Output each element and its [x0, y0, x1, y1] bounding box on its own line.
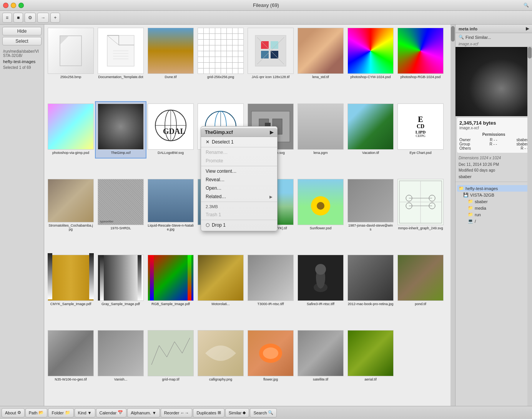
context-menu: TheGimp.xcf ▶ ✕ Deselect 1 Rename… Promo… [201, 126, 278, 231]
left-panel: Hide Select /run/media/sbaber/VISTA-32GB… [0, 25, 44, 406]
add-button[interactable]: + [50, 13, 60, 23]
tree-item-run[interactable]: 📁 run [466, 211, 530, 218]
calendar-button[interactable]: Calendar 📅 [96, 408, 127, 417]
list-item[interactable]: flower.jpg [246, 329, 296, 384]
list-item[interactable]: RGB_Sample_Image.pdf [146, 253, 196, 309]
alphanum-button[interactable]: Alphanum. ▼ [127, 408, 160, 417]
folder-tree: 📁 hefty-test-images 💾 VISTA-32GB 📁 sbabe… [456, 184, 532, 226]
tree-item-sbaber[interactable]: 📁 sbaber [466, 198, 530, 205]
list-item[interactable]: N35-W106-no-geo.tif [46, 329, 96, 384]
list-item[interactable]: Dune.tif [146, 26, 196, 82]
list-item[interactable]: grid-map.tif [146, 329, 196, 384]
list-item[interactable]: E CD LIPD CEFPG Eye Chart.psd [396, 102, 446, 158]
ctx-rename: Rename… [201, 148, 277, 157]
current-path: /run/media/sbaber/VISTA-32GB/ [2, 48, 42, 58]
meta-preview-image [456, 47, 532, 116]
list-item[interactable]: mmpo-inherit_graph_249.svg [396, 177, 446, 233]
forward-button[interactable]: → [37, 13, 49, 23]
list-item[interactable]: CMYK_Sample_Image.pdf [46, 253, 96, 309]
perm-group-row: Group R - - sbaber [459, 142, 528, 146]
owner-perms: R - - [490, 138, 497, 142]
thumbnail [48, 103, 94, 150]
list-item[interactable]: lena.pgm [296, 102, 346, 158]
list-item[interactable]: Stromatolites_Cochabamba.jpg [46, 177, 96, 233]
ctx-separator-4 [201, 220, 277, 220]
list-item[interactable]: Liquid-Rescale-Steve-n-Natalie.jpg [146, 177, 196, 233]
list-item[interactable]: TheGimp.xcf [96, 102, 146, 158]
search-button[interactable]: Search 🔍 [250, 408, 277, 417]
thumbnail [347, 179, 394, 222]
ctx-open[interactable]: Open… [201, 184, 277, 192]
tree-item-media[interactable]: 📁 media [466, 205, 530, 211]
list-item[interactable]: photoshop-CYM-1024.psd [346, 26, 396, 82]
list-item[interactable]: Motorola6... [196, 253, 246, 309]
file-size: 2,345,714 bytes [459, 120, 528, 126]
tree-item-root[interactable]: 💻 / [466, 218, 530, 224]
list-item[interactable]: T3000-IR-ntsc.tiff [246, 253, 296, 309]
list-item[interactable]: aerial.tif [346, 329, 396, 384]
list-item[interactable]: Vanish... [96, 329, 146, 384]
hide-button[interactable]: Hide [2, 27, 42, 35]
thumbnail [98, 330, 144, 376]
folder-button[interactable]: Folder 📁 [48, 408, 73, 417]
thumbnail [347, 330, 394, 376]
list-item[interactable]: typesetter 1970-SHRDL [96, 177, 146, 233]
kind-button[interactable]: Kind ▼ [75, 408, 95, 417]
list-item[interactable]: Gray_Sample_Image.pdf [96, 253, 146, 309]
context-menu-header: TheGimp.xcf ▶ [201, 128, 277, 137]
tree-item-vista[interactable]: 💾 VISTA-32GB [462, 192, 530, 198]
list-item[interactable]: pond.tif [396, 253, 446, 309]
list-item[interactable]: lena_std.tif [296, 26, 346, 82]
close-button[interactable] [3, 3, 8, 8]
list-item[interactable]: 1987-jonas-david-steve@wins [346, 177, 396, 233]
list-item[interactable]: GDAL DALLogoBW.svg [146, 102, 196, 158]
svg-point-44 [315, 264, 326, 275]
maximize-button[interactable] [18, 3, 24, 8]
thumbnail [98, 103, 144, 150]
list-item[interactable]: JAG qnr icon 128x128.tif [246, 26, 296, 82]
list-item[interactable]: Documentation_Template.dot [96, 26, 146, 82]
list-item[interactable]: 2012-mac-book-pro-retina.jpg [346, 253, 396, 309]
list-item[interactable]: photoshop-via-gimp.psd [46, 102, 96, 158]
minimize-button[interactable] [11, 3, 16, 8]
drive-icon: 💾 [463, 192, 469, 197]
ctx-related[interactable]: Related… ▶ [201, 192, 277, 201]
thumbnail [298, 103, 344, 150]
list-item[interactable]: Safire3-IR-ntsc.tiff [296, 253, 346, 309]
list-item[interactable]: calligraphy.png [196, 329, 246, 384]
gear-icon: ⚙ [17, 410, 21, 415]
main-scrollbar[interactable] [451, 25, 455, 406]
path-button[interactable]: Path 📂 [25, 408, 48, 417]
list-item[interactable]: 256x256.bmp [46, 26, 96, 82]
file-date-modified: Modified 60 days ago [456, 167, 532, 173]
thumbnail [48, 28, 94, 74]
window-title: Fileaxy (69) [253, 2, 279, 8]
list-item[interactable]: Vacation.tif [346, 102, 396, 158]
reorder-button[interactable]: Reorder ←→ [161, 408, 193, 417]
find-similar-link[interactable]: Find Similar... [466, 35, 491, 40]
settings-button[interactable]: ⚙ [25, 13, 36, 23]
list-item[interactable]: satellite.tif [296, 329, 346, 384]
about-button[interactable]: About ⚙ [2, 408, 25, 417]
select-button[interactable]: Select [2, 37, 42, 45]
tree-item-hefty[interactable]: 📁 hefty-test-images [457, 185, 530, 192]
meta-info-box: 2,345,714 bytes image.x-xcf Permissions … [457, 118, 530, 153]
list-item[interactable]: Sunflower.psd [296, 177, 346, 233]
search-icon[interactable]: 🔍 [524, 3, 529, 8]
duplicates-button[interactable]: Duplicates ⊞ [193, 408, 224, 417]
right-panel-scrollbar[interactable] [527, 46, 532, 406]
thumbnail [148, 28, 194, 74]
ctx-drop[interactable]: ⬡ Drop 1 [201, 221, 277, 229]
ctx-view-content[interactable]: View content… [201, 167, 277, 175]
similar-button[interactable]: Similar ◆ [225, 408, 249, 417]
menu-button[interactable]: ≡ [2, 13, 12, 23]
expand-icon[interactable]: ▶ [526, 26, 529, 31]
path-icon: 📂 [38, 410, 44, 415]
ctx-deselect[interactable]: ✕ Deselect 1 [201, 138, 277, 146]
list-item[interactable]: photoshop-RGB-1024.psd [396, 26, 446, 82]
thumbnail [198, 330, 244, 376]
toolbar: ≡ ■ ⚙ → + [0, 11, 532, 25]
list-item[interactable]: grid-256x256.png [196, 26, 246, 82]
ctx-reveal[interactable]: Reveal… [201, 175, 277, 184]
stop-button[interactable]: ■ [13, 13, 23, 23]
